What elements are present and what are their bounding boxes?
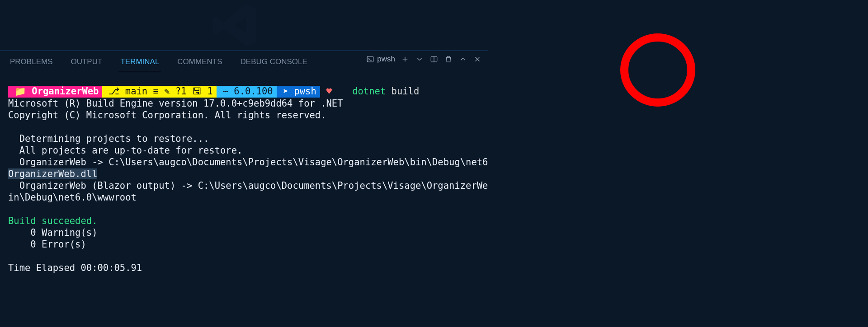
prompt-shell: ➤ pwsh — [283, 86, 316, 97]
term-line: 0 Warning(s) — [8, 227, 97, 238]
editor-area — [0, 0, 488, 51]
term-line: OrganizerWeb -> C:\Users\augco\Documents… — [8, 157, 488, 168]
prompt-folder: OrganizerWeb — [32, 86, 99, 97]
terminal-shell-label: pwsh — [377, 55, 395, 64]
tab-output[interactable]: OUTPUT — [69, 52, 104, 72]
tab-debug-console[interactable]: DEBUG CONSOLE — [239, 52, 309, 72]
svg-rect-0 — [368, 56, 374, 62]
term-line-highlight: OrganizerWeb.dll — [8, 168, 97, 179]
split-terminal-icon[interactable] — [429, 55, 439, 64]
terminal-shell-selector[interactable]: pwsh — [366, 55, 395, 64]
prompt-branch: main — [125, 86, 147, 97]
tab-terminal[interactable]: TERMINAL — [118, 52, 161, 72]
maximize-panel-icon[interactable] — [458, 55, 467, 64]
term-line: in\Debug\net6.0\wwwroot — [8, 192, 137, 203]
chevron-down-icon[interactable] — [415, 55, 424, 64]
editor-and-terminal-pane: PROBLEMS OUTPUT TERMINAL COMMENTS DEBUG … — [0, 0, 488, 327]
panel-tab-bar: PROBLEMS OUTPUT TERMINAL COMMENTS DEBUG … — [0, 51, 488, 73]
term-line: Microsoft (R) Build Engine version 17.0.… — [8, 98, 343, 109]
vscode-logo-watermark — [208, 0, 262, 52]
tab-comments[interactable]: COMMENTS — [175, 52, 224, 72]
terminal-output[interactable]: 📁 OrganizerWeb⎇ main ≡ ✎ ?1 🖫 1~ 6.0.100… — [0, 73, 488, 327]
svg-point-20 — [624, 37, 691, 103]
prompt-git-status: ≡ ✎ ?1 🖫 1 — [153, 86, 213, 97]
annotation-red-circle — [619, 32, 696, 110]
terminal-arg: build — [392, 86, 420, 97]
term-line: OrganizerWeb (Blazor output) -> C:\Users… — [8, 180, 488, 191]
prompt-sdk: ~ 6.0.100 — [223, 86, 273, 97]
term-line: All projects are up-to-date for restore. — [8, 145, 242, 156]
term-line: Copyright (C) Microsoft Corporation. All… — [8, 110, 326, 121]
new-terminal-icon[interactable] — [401, 55, 410, 64]
term-line: Determining projects to restore... — [8, 133, 209, 144]
terminal-command: dotnet — [352, 86, 386, 97]
heart-icon: ♥ — [326, 86, 332, 97]
tab-problems[interactable]: PROBLEMS — [8, 52, 54, 72]
kill-terminal-icon[interactable] — [444, 55, 453, 64]
close-panel-icon[interactable] — [473, 55, 482, 64]
term-line: Time Elapsed 00:00:05.91 — [8, 262, 142, 273]
panel-actions: pwsh — [366, 55, 482, 64]
term-line: 0 Error(s) — [8, 239, 86, 250]
term-line-success: Build succeeded. — [8, 215, 97, 226]
